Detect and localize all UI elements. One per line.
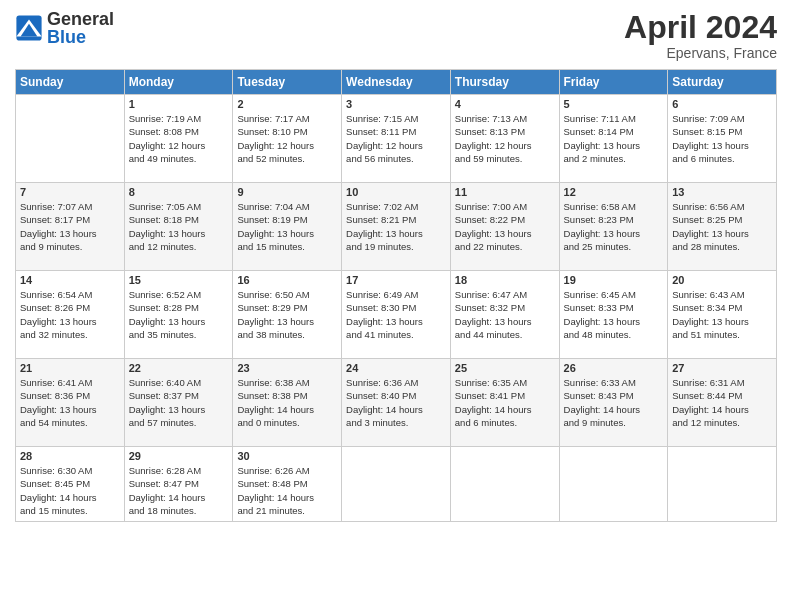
- calendar-cell: 6Sunrise: 7:09 AM Sunset: 8:15 PM Daylig…: [668, 95, 777, 183]
- calendar-cell: [342, 447, 451, 522]
- calendar-cell: 12Sunrise: 6:58 AM Sunset: 8:23 PM Dayli…: [559, 183, 668, 271]
- day-info: Sunrise: 6:50 AM Sunset: 8:29 PM Dayligh…: [237, 288, 337, 341]
- day-number: 3: [346, 98, 446, 110]
- day-number: 14: [20, 274, 120, 286]
- day-info: Sunrise: 6:45 AM Sunset: 8:33 PM Dayligh…: [564, 288, 664, 341]
- day-number: 22: [129, 362, 229, 374]
- calendar-cell: 16Sunrise: 6:50 AM Sunset: 8:29 PM Dayli…: [233, 271, 342, 359]
- day-info: Sunrise: 6:35 AM Sunset: 8:41 PM Dayligh…: [455, 376, 555, 429]
- calendar-cell: 19Sunrise: 6:45 AM Sunset: 8:33 PM Dayli…: [559, 271, 668, 359]
- day-number: 30: [237, 450, 337, 462]
- day-info: Sunrise: 6:33 AM Sunset: 8:43 PM Dayligh…: [564, 376, 664, 429]
- day-number: 19: [564, 274, 664, 286]
- day-info: Sunrise: 7:02 AM Sunset: 8:21 PM Dayligh…: [346, 200, 446, 253]
- day-number: 6: [672, 98, 772, 110]
- calendar-cell: 13Sunrise: 6:56 AM Sunset: 8:25 PM Dayli…: [668, 183, 777, 271]
- calendar-header-saturday: Saturday: [668, 70, 777, 95]
- title-block: April 2024 Epervans, France: [624, 10, 777, 61]
- calendar-cell: 8Sunrise: 7:05 AM Sunset: 8:18 PM Daylig…: [124, 183, 233, 271]
- day-number: 23: [237, 362, 337, 374]
- calendar-header-sunday: Sunday: [16, 70, 125, 95]
- calendar-cell: 28Sunrise: 6:30 AM Sunset: 8:45 PM Dayli…: [16, 447, 125, 522]
- day-number: 8: [129, 186, 229, 198]
- day-number: 27: [672, 362, 772, 374]
- day-number: 2: [237, 98, 337, 110]
- calendar-header-tuesday: Tuesday: [233, 70, 342, 95]
- calendar-cell: 30Sunrise: 6:26 AM Sunset: 8:48 PM Dayli…: [233, 447, 342, 522]
- calendar-cell: 10Sunrise: 7:02 AM Sunset: 8:21 PM Dayli…: [342, 183, 451, 271]
- day-info: Sunrise: 6:28 AM Sunset: 8:47 PM Dayligh…: [129, 464, 229, 517]
- day-info: Sunrise: 6:54 AM Sunset: 8:26 PM Dayligh…: [20, 288, 120, 341]
- day-info: Sunrise: 6:26 AM Sunset: 8:48 PM Dayligh…: [237, 464, 337, 517]
- title-location: Epervans, France: [624, 45, 777, 61]
- day-info: Sunrise: 7:15 AM Sunset: 8:11 PM Dayligh…: [346, 112, 446, 165]
- calendar-cell: 1Sunrise: 7:19 AM Sunset: 8:08 PM Daylig…: [124, 95, 233, 183]
- calendar-cell: 9Sunrise: 7:04 AM Sunset: 8:19 PM Daylig…: [233, 183, 342, 271]
- calendar-table: SundayMondayTuesdayWednesdayThursdayFrid…: [15, 69, 777, 522]
- day-info: Sunrise: 6:49 AM Sunset: 8:30 PM Dayligh…: [346, 288, 446, 341]
- day-number: 10: [346, 186, 446, 198]
- calendar-cell: 15Sunrise: 6:52 AM Sunset: 8:28 PM Dayli…: [124, 271, 233, 359]
- day-info: Sunrise: 6:56 AM Sunset: 8:25 PM Dayligh…: [672, 200, 772, 253]
- calendar-cell: [16, 95, 125, 183]
- day-info: Sunrise: 7:11 AM Sunset: 8:14 PM Dayligh…: [564, 112, 664, 165]
- calendar-cell: 29Sunrise: 6:28 AM Sunset: 8:47 PM Dayli…: [124, 447, 233, 522]
- title-month: April 2024: [624, 10, 777, 45]
- day-number: 24: [346, 362, 446, 374]
- day-number: 21: [20, 362, 120, 374]
- day-info: Sunrise: 7:17 AM Sunset: 8:10 PM Dayligh…: [237, 112, 337, 165]
- day-number: 13: [672, 186, 772, 198]
- calendar-header-monday: Monday: [124, 70, 233, 95]
- day-info: Sunrise: 6:38 AM Sunset: 8:38 PM Dayligh…: [237, 376, 337, 429]
- logo: General Blue: [15, 10, 114, 46]
- day-info: Sunrise: 6:41 AM Sunset: 8:36 PM Dayligh…: [20, 376, 120, 429]
- calendar-cell: [559, 447, 668, 522]
- day-info: Sunrise: 7:13 AM Sunset: 8:13 PM Dayligh…: [455, 112, 555, 165]
- day-info: Sunrise: 6:30 AM Sunset: 8:45 PM Dayligh…: [20, 464, 120, 517]
- logo-general: General: [47, 10, 114, 28]
- calendar-header-thursday: Thursday: [450, 70, 559, 95]
- day-number: 9: [237, 186, 337, 198]
- day-number: 18: [455, 274, 555, 286]
- calendar-cell: 3Sunrise: 7:15 AM Sunset: 8:11 PM Daylig…: [342, 95, 451, 183]
- calendar-cell: 25Sunrise: 6:35 AM Sunset: 8:41 PM Dayli…: [450, 359, 559, 447]
- day-info: Sunrise: 6:31 AM Sunset: 8:44 PM Dayligh…: [672, 376, 772, 429]
- day-number: 26: [564, 362, 664, 374]
- day-number: 11: [455, 186, 555, 198]
- day-info: Sunrise: 7:19 AM Sunset: 8:08 PM Dayligh…: [129, 112, 229, 165]
- day-info: Sunrise: 7:04 AM Sunset: 8:19 PM Dayligh…: [237, 200, 337, 253]
- day-info: Sunrise: 6:36 AM Sunset: 8:40 PM Dayligh…: [346, 376, 446, 429]
- day-info: Sunrise: 7:07 AM Sunset: 8:17 PM Dayligh…: [20, 200, 120, 253]
- day-info: Sunrise: 7:00 AM Sunset: 8:22 PM Dayligh…: [455, 200, 555, 253]
- calendar-cell: 11Sunrise: 7:00 AM Sunset: 8:22 PM Dayli…: [450, 183, 559, 271]
- calendar-cell: 4Sunrise: 7:13 AM Sunset: 8:13 PM Daylig…: [450, 95, 559, 183]
- day-info: Sunrise: 6:43 AM Sunset: 8:34 PM Dayligh…: [672, 288, 772, 341]
- calendar-cell: 17Sunrise: 6:49 AM Sunset: 8:30 PM Dayli…: [342, 271, 451, 359]
- day-number: 12: [564, 186, 664, 198]
- day-number: 25: [455, 362, 555, 374]
- calendar-header-friday: Friday: [559, 70, 668, 95]
- day-info: Sunrise: 6:58 AM Sunset: 8:23 PM Dayligh…: [564, 200, 664, 253]
- day-number: 16: [237, 274, 337, 286]
- calendar-cell: 7Sunrise: 7:07 AM Sunset: 8:17 PM Daylig…: [16, 183, 125, 271]
- day-number: 4: [455, 98, 555, 110]
- calendar-cell: 20Sunrise: 6:43 AM Sunset: 8:34 PM Dayli…: [668, 271, 777, 359]
- logo-icon: [15, 14, 43, 42]
- day-number: 5: [564, 98, 664, 110]
- calendar-cell: 27Sunrise: 6:31 AM Sunset: 8:44 PM Dayli…: [668, 359, 777, 447]
- calendar-cell: 24Sunrise: 6:36 AM Sunset: 8:40 PM Dayli…: [342, 359, 451, 447]
- logo-text: General Blue: [47, 10, 114, 46]
- calendar-cell: [450, 447, 559, 522]
- calendar-cell: [668, 447, 777, 522]
- day-number: 15: [129, 274, 229, 286]
- day-info: Sunrise: 7:05 AM Sunset: 8:18 PM Dayligh…: [129, 200, 229, 253]
- day-info: Sunrise: 6:52 AM Sunset: 8:28 PM Dayligh…: [129, 288, 229, 341]
- calendar-cell: 2Sunrise: 7:17 AM Sunset: 8:10 PM Daylig…: [233, 95, 342, 183]
- day-number: 29: [129, 450, 229, 462]
- calendar-cell: 22Sunrise: 6:40 AM Sunset: 8:37 PM Dayli…: [124, 359, 233, 447]
- calendar-cell: 21Sunrise: 6:41 AM Sunset: 8:36 PM Dayli…: [16, 359, 125, 447]
- calendar-cell: 26Sunrise: 6:33 AM Sunset: 8:43 PM Dayli…: [559, 359, 668, 447]
- day-number: 28: [20, 450, 120, 462]
- day-number: 17: [346, 274, 446, 286]
- calendar-cell: 18Sunrise: 6:47 AM Sunset: 8:32 PM Dayli…: [450, 271, 559, 359]
